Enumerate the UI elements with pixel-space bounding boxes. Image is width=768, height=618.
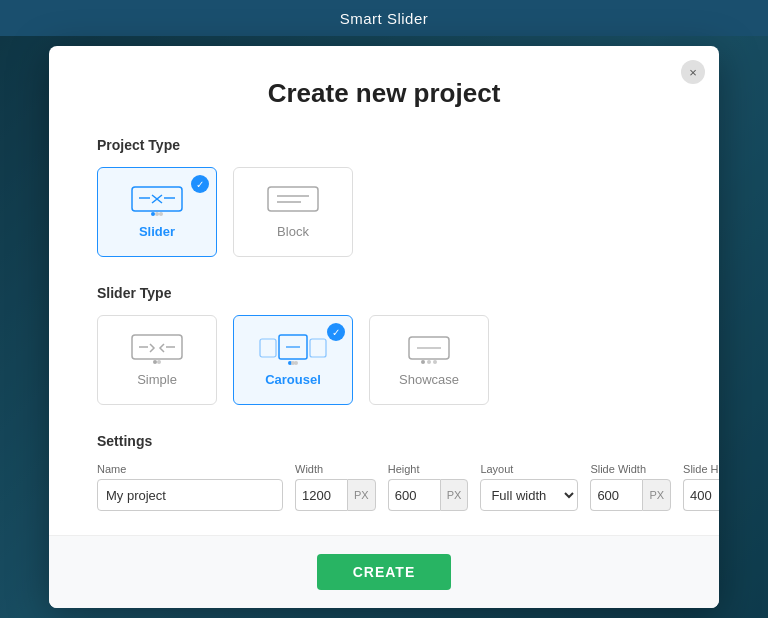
simple-icon [131, 334, 183, 366]
settings-label: Settings [97, 433, 671, 449]
height-input[interactable] [388, 479, 440, 511]
modal-title: Create new project [97, 78, 671, 109]
slide-height-input[interactable] [683, 479, 719, 511]
slider-type-row: Simple ✓ [97, 315, 671, 405]
name-input[interactable] [97, 479, 283, 511]
svg-point-12 [153, 360, 157, 364]
slider-type-simple[interactable]: Simple [97, 315, 217, 405]
slide-height-label: Slide Height [683, 463, 719, 475]
svg-rect-6 [268, 187, 318, 211]
name-field-group: Name [97, 463, 283, 511]
width-input-wrapper: PX [295, 479, 376, 511]
slide-width-input[interactable] [590, 479, 642, 511]
simple-type-label: Simple [137, 372, 177, 387]
svg-point-13 [157, 360, 161, 364]
slide-width-unit: PX [642, 479, 671, 511]
slider-type-label-section: Slider Type [97, 285, 671, 301]
svg-point-25 [433, 360, 437, 364]
height-field-group: Height PX [388, 463, 469, 511]
slider-type-label: Slider [139, 224, 175, 239]
height-input-wrapper: PX [388, 479, 469, 511]
width-input[interactable] [295, 479, 347, 511]
project-type-block[interactable]: Block [233, 167, 353, 257]
svg-rect-17 [310, 339, 326, 357]
width-unit: PX [347, 479, 376, 511]
settings-row: Name Width PX Height PX [97, 463, 671, 511]
showcase-icon [403, 334, 455, 366]
top-bar: Smart Slider [0, 0, 768, 36]
svg-point-3 [151, 212, 155, 216]
block-icon [267, 186, 319, 218]
svg-point-20 [294, 361, 298, 365]
showcase-type-label: Showcase [399, 372, 459, 387]
height-unit: PX [440, 479, 469, 511]
project-type-label: Project Type [97, 137, 671, 153]
block-type-label: Block [277, 224, 309, 239]
modal: × Create new project Project Type ✓ [49, 46, 719, 608]
svg-point-4 [155, 212, 159, 216]
carousel-type-label: Carousel [265, 372, 321, 387]
carousel-check-icon: ✓ [327, 323, 345, 341]
svg-point-24 [427, 360, 431, 364]
slide-height-field-group: Slide Height PX [683, 463, 719, 511]
project-type-row: ✓ Slider [97, 167, 671, 257]
create-button[interactable]: CREATE [317, 554, 452, 590]
modal-body: Create new project Project Type ✓ [49, 46, 719, 511]
slide-width-field-group: Slide Width PX [590, 463, 671, 511]
svg-point-23 [421, 360, 425, 364]
project-type-slider[interactable]: ✓ Slider [97, 167, 217, 257]
slider-check-icon: ✓ [191, 175, 209, 193]
width-field-group: Width PX [295, 463, 376, 511]
svg-point-5 [159, 212, 163, 216]
width-label: Width [295, 463, 376, 475]
app-title: Smart Slider [340, 10, 429, 27]
slide-width-input-wrapper: PX [590, 479, 671, 511]
settings-section: Settings Name Width PX Height [97, 433, 671, 511]
slide-height-input-wrapper: PX [683, 479, 719, 511]
slider-type-showcase[interactable]: Showcase [369, 315, 489, 405]
layout-field-group: Layout Full width Boxed Full screen [480, 463, 578, 511]
modal-footer: CREATE [49, 535, 719, 608]
layout-label: Layout [480, 463, 578, 475]
name-label: Name [97, 463, 283, 475]
slider-type-carousel[interactable]: ✓ Carousel [233, 315, 353, 405]
svg-rect-14 [260, 339, 276, 357]
height-label: Height [388, 463, 469, 475]
slide-width-label: Slide Width [590, 463, 671, 475]
carousel-icon [259, 334, 327, 366]
layout-select[interactable]: Full width Boxed Full screen [480, 479, 578, 511]
close-button[interactable]: × [681, 60, 705, 84]
slider-icon [131, 186, 183, 218]
